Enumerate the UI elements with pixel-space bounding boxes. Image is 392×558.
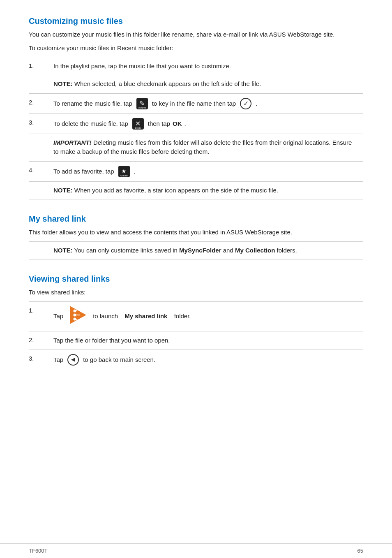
section3-intro: To view shared links: [29, 288, 363, 297]
important-box: IMPORTANT! Deleting music files from thi… [29, 134, 363, 161]
step3-content-1: Tap [53, 306, 363, 327]
note1-text: When selected, a blue checkmark appears … [74, 80, 261, 87]
back-icon [67, 354, 79, 366]
step3-row-2: 2. Tap the file or folder that you want … [29, 331, 363, 350]
delete-icon-box: Delete [132, 118, 144, 130]
addstar-icon-box: Add star [118, 166, 130, 177]
section-customizing: Customizing music files You can customiz… [29, 16, 363, 199]
step3-1-text-after: to launch [93, 311, 118, 321]
step4-text-before: To add as favorite, tap [53, 167, 114, 176]
note3-text: When you add as favorite, a star icon ap… [74, 187, 278, 194]
note-box-1: NOTE: When selected, a blue checkmark ap… [29, 75, 363, 93]
step3-row-1: 1. Tap [29, 301, 363, 331]
note2-text-before: You can only customize links saved in [74, 247, 179, 254]
back-icon-box [67, 354, 79, 366]
step-content-4: To add as favorite, tap Add star . [53, 166, 363, 177]
section1-intro1: You can customize your music files in th… [29, 30, 363, 39]
important-text: Deleting music files from this folder wi… [53, 139, 352, 155]
step-number-3: 3. [29, 118, 53, 126]
step3-3-text-before: Tap [53, 355, 63, 365]
steps-list-3: 1. Tap [29, 301, 363, 370]
step-number-4: 4. [29, 166, 53, 174]
note-box-2: NOTE: You can only customize links saved… [29, 241, 363, 260]
step-content-3: To delete the music file, tap Delete the… [53, 118, 363, 130]
note-box-3: NOTE: When you add as favorite, a star i… [29, 181, 363, 200]
check-icon-box [240, 98, 251, 109]
share-folder-svg [68, 306, 88, 324]
step2-text-middle: to key in the file name then tap [152, 99, 236, 109]
step3-text-after: then tap [148, 119, 170, 129]
note1-label: NOTE: [53, 80, 73, 87]
important-label: IMPORTANT! [53, 139, 92, 146]
rename-icon-box: Rename [136, 98, 148, 109]
section2-title: My shared link [29, 214, 363, 224]
note2-label: NOTE: [53, 247, 73, 254]
step-row-4: 4. To add as favorite, tap Add star . [29, 161, 363, 181]
footer-page: 65 [357, 548, 363, 554]
step-content-1: In the playlist pane, tap the music file… [53, 61, 363, 71]
step-row-1: 1. In the playlist pane, tap the music f… [29, 57, 363, 75]
note2-bold2: My Collection [235, 247, 275, 254]
footer-model: TF600T [29, 548, 48, 554]
rename-icon: Rename [136, 98, 148, 109]
share-folder-icon [68, 306, 88, 327]
section1-title: Customizing music files [29, 16, 363, 26]
step2-text-before: To rename the music file, tap [53, 99, 132, 109]
step-row-2: 2. To rename the music file, tap Rename … [29, 93, 363, 113]
delete-icon: Delete [132, 118, 144, 130]
step-number-2: 2. [29, 98, 53, 106]
step3-1-text-before: Tap [53, 311, 63, 321]
step-content-2: To rename the music file, tap Rename to … [53, 98, 363, 109]
addstar-icon: Add star [118, 166, 130, 177]
step3-number-2: 2. [29, 336, 53, 343]
section-viewinglinks: Viewing shared links To view shared link… [29, 274, 363, 370]
note2-bold1: MySyncFolder [179, 247, 221, 254]
step-row-3: 3. To delete the music file, tap Delete … [29, 113, 363, 134]
section1-intro2: To customize your music files in Recent … [29, 44, 363, 53]
step-number-1: 1. [29, 61, 53, 69]
steps-list: 1. In the playlist pane, tap the music f… [29, 57, 363, 199]
step3-content-2: Tap the file or folder that you want to … [53, 336, 363, 345]
step3-number-3: 3. [29, 354, 53, 362]
section-mysharedlink: My shared link This folder allows you to… [29, 214, 363, 259]
footer: TF600T 65 [0, 543, 392, 558]
section2-intro: This folder allows you to view and acces… [29, 228, 363, 237]
check-icon [240, 98, 251, 109]
step3-3-text-after: to go back to main screen. [83, 355, 155, 365]
step3-1-text-end: folder. [174, 311, 191, 321]
note2-text-after: folders. [275, 247, 297, 254]
section3-title: Viewing shared links [29, 274, 363, 284]
step3-row-3: 3. Tap to go back to main screen. [29, 350, 363, 370]
step3-content-3: Tap to go back to main screen. [53, 354, 363, 366]
step3-number-1: 1. [29, 306, 53, 314]
step3-1-bold: My shared link [125, 311, 167, 321]
note3-label: NOTE: [53, 187, 73, 194]
step3-ok: OK [173, 119, 182, 129]
note2-text-mid: and [221, 247, 235, 254]
step3-text-before: To delete the music file, tap [53, 119, 128, 129]
